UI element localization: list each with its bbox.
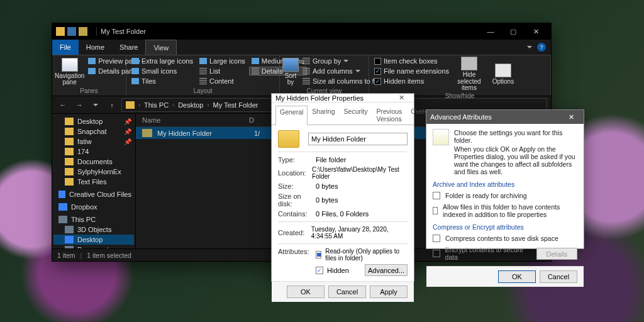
tree-snapchat[interactable]: Snapchat📌 <box>53 126 134 136</box>
readonly-checkbox[interactable] <box>316 251 321 258</box>
advanced-attributes-dialog: Advanced Attributes ✕ Choose the setting… <box>426 109 584 249</box>
properties-dialog: My Hidden Folder Properties ✕ General Sh… <box>271 93 414 282</box>
tree-thispc[interactable]: This PC <box>53 214 134 225</box>
up-button[interactable]: ↑ <box>105 98 119 112</box>
cancel-button[interactable]: Cancel <box>540 270 577 283</box>
navigation-pane-button[interactable]: Navigation pane <box>55 57 84 87</box>
col-name[interactable]: Name <box>142 116 249 124</box>
encrypt-checkbox <box>433 250 440 257</box>
cloud-icon <box>58 191 65 198</box>
menubar: File Home Share View ? <box>52 40 551 55</box>
properties-tabs: General Sharing Security Previous Versio… <box>272 103 414 125</box>
layout-xlarge[interactable]: Extra large icons <box>129 57 196 65</box>
ok-button[interactable]: OK <box>287 286 325 298</box>
qat-icons <box>56 27 87 36</box>
tree-pc-documents[interactable]: Documents <box>53 245 134 248</box>
ok-button[interactable]: OK <box>498 270 536 283</box>
apply-button[interactable]: Apply <box>370 286 408 298</box>
adv-note-line1: Choose the settings you want for this fo… <box>454 129 577 144</box>
layout-content[interactable]: Content <box>197 77 248 86</box>
minimize-button[interactable]: — <box>479 23 502 40</box>
folder-icon <box>278 130 299 148</box>
file-name-extensions-toggle[interactable]: File name extensions <box>372 67 452 75</box>
tab-sharing[interactable]: Sharing <box>308 105 339 125</box>
navigation-tree[interactable]: Desktop📌 Snapchat📌 fatiw📌 174 Documents … <box>52 114 135 248</box>
layout-large[interactable]: Large icons <box>197 57 248 65</box>
tree-documents[interactable]: Documents <box>53 157 134 167</box>
options-button[interactable]: Options <box>487 57 519 92</box>
close-button[interactable]: ✕ <box>525 23 547 40</box>
pc-icon <box>58 216 67 223</box>
status-count: 1 item <box>57 252 75 259</box>
status-selected: 1 item selected <box>87 252 131 259</box>
menu-share[interactable]: Share <box>112 40 145 55</box>
explorer-titlebar[interactable]: My Test Folder — ▢ ✕ <box>52 23 551 40</box>
cancel-button[interactable]: Cancel <box>328 286 366 298</box>
adv-note-line2: When you click OK or Apply on the Proper… <box>454 145 577 175</box>
menu-view[interactable]: View <box>145 40 177 55</box>
folder-name-input[interactable]: My Hidden Folder <box>308 133 408 145</box>
back-button[interactable]: ← <box>56 98 70 112</box>
folder-icon <box>142 129 152 137</box>
crumb-desktop[interactable]: Desktop <box>178 101 203 109</box>
hidden-items-toggle[interactable]: Hidden items <box>372 77 452 86</box>
crumb-thispc[interactable]: This PC <box>144 101 169 109</box>
tree-3dobjects[interactable]: 3D Objects <box>53 225 134 235</box>
prop-size-on-disk: 0 bytes <box>316 196 338 204</box>
advanced-title: Advanced Attributes <box>430 113 492 121</box>
tree-textfiles[interactable]: Text Files <box>53 177 134 187</box>
size-all-columns-button[interactable]: Size all columns to fit <box>300 77 380 86</box>
recent-button[interactable] <box>89 98 103 112</box>
add-columns-button[interactable]: Add columns <box>300 67 380 75</box>
col-date[interactable]: D <box>249 116 254 124</box>
compress-checkbox[interactable] <box>433 235 440 242</box>
maximize-button[interactable]: ▢ <box>502 23 525 40</box>
tree-dropbox[interactable]: Dropbox <box>53 202 134 212</box>
group-archive-label: Archive and Index attributes <box>433 180 577 188</box>
tree-pc-desktop[interactable]: Desktop <box>53 235 134 245</box>
sort-by-button[interactable]: Sort by <box>282 57 299 87</box>
group-by-button[interactable]: Group by <box>300 57 380 65</box>
prop-created: Tuesday, January 28, 2020, 4:34:55 AM <box>311 226 408 240</box>
advanced-button[interactable]: Advanced... <box>365 264 408 276</box>
hide-selected-items-button[interactable]: Hide selected items <box>453 57 486 92</box>
archive-checkbox[interactable] <box>433 192 440 199</box>
advanced-titlebar[interactable]: Advanced Attributes ✕ <box>426 110 584 124</box>
tree-desktop[interactable]: Desktop📌 <box>53 116 134 126</box>
properties-title: My Hidden Folder Properties <box>275 94 364 102</box>
tree-sylphyhornex[interactable]: SylphyHornEx <box>53 167 134 177</box>
menu-file[interactable]: File <box>52 40 79 55</box>
prop-contains: 0 Files, 0 Folders <box>316 210 369 218</box>
forward-button[interactable]: → <box>72 98 86 112</box>
layout-tiles[interactable]: Tiles <box>129 77 196 86</box>
item-check-boxes-toggle[interactable]: Item check boxes <box>372 57 452 65</box>
tree-174[interactable]: 174 <box>53 147 134 157</box>
close-icon[interactable]: ✕ <box>392 94 410 102</box>
file-date: 1/ <box>254 130 260 137</box>
window-title: My Test Folder <box>101 28 146 35</box>
properties-titlebar[interactable]: My Hidden Folder Properties ✕ <box>272 94 414 103</box>
layout-list[interactable]: List <box>197 67 248 75</box>
index-checkbox[interactable] <box>433 207 438 214</box>
hidden-checkbox[interactable] <box>316 267 323 274</box>
close-icon[interactable]: ✕ <box>562 113 580 121</box>
layout-small[interactable]: Small icons <box>129 67 196 75</box>
file-name: My Hidden Folder <box>157 130 254 137</box>
prop-type: File folder <box>316 156 346 164</box>
tab-general[interactable]: General <box>275 106 308 125</box>
tree-fatiw[interactable]: fatiw📌 <box>53 136 134 147</box>
tree-creative-cloud[interactable]: Creative Cloud Files <box>53 189 134 199</box>
prop-location: C:\Users\fatiw\Desktop\My Test Folder <box>312 166 408 180</box>
details-button: Details <box>536 248 577 260</box>
tab-previous-versions[interactable]: Previous Versions <box>372 105 407 125</box>
help-icon[interactable]: ? <box>537 43 546 52</box>
menu-home[interactable]: Home <box>79 40 112 55</box>
folder-icon <box>126 101 135 109</box>
dropbox-icon <box>58 203 67 211</box>
ribbon-view: Navigation pane Preview pane Details pan… <box>52 55 551 96</box>
tab-security[interactable]: Security <box>340 105 372 125</box>
prop-size: 0 bytes <box>316 182 338 190</box>
crumb-folder[interactable]: My Test Folder <box>213 101 258 109</box>
group-compress-label: Compress or Encrypt attributes <box>433 223 577 231</box>
ribbon-collapse-icon[interactable] <box>527 46 532 48</box>
